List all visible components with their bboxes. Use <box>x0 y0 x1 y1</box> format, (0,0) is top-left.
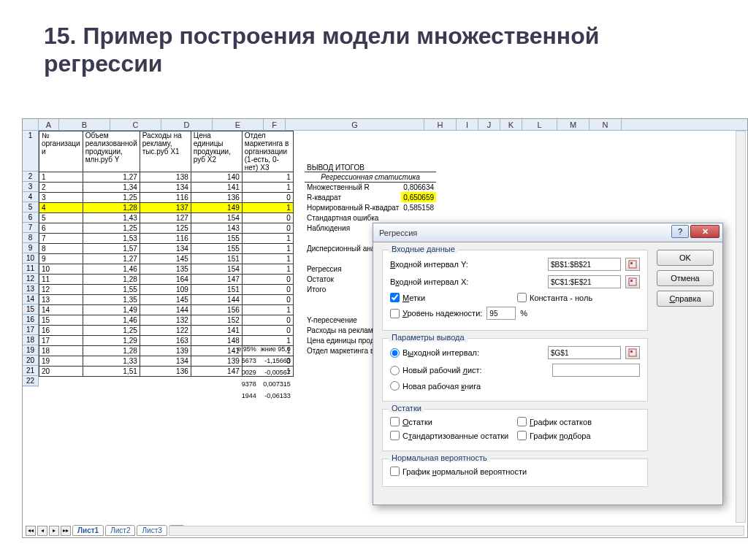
x-range-ref-icon[interactable] <box>625 275 640 288</box>
x-range-label: Входной интервал X: <box>390 277 543 286</box>
const-zero-label: Константа - ноль <box>530 294 640 302</box>
cancel-button[interactable]: Отмена <box>657 270 714 286</box>
col-header-E[interactable]: E <box>213 119 264 130</box>
dialog-title: Регрессия <box>379 229 417 237</box>
col-header-M[interactable]: M <box>557 119 589 130</box>
y-range-input[interactable] <box>548 258 621 271</box>
confidence-checkbox[interactable] <box>390 309 400 318</box>
row-header-14[interactable]: 14 <box>23 294 38 304</box>
sheet-tab-2[interactable]: Лист2 <box>105 525 135 536</box>
row-header-15[interactable]: 15 <box>23 304 38 315</box>
tab-nav-last[interactable]: ▸▸ <box>61 526 71 536</box>
row-header-2[interactable]: 2 <box>23 172 38 182</box>
row-header-3[interactable]: 3 <box>23 182 38 192</box>
row-header-17[interactable]: 17 <box>23 325 38 335</box>
row-header-18[interactable]: 18 <box>23 335 38 345</box>
svg-rect-3 <box>630 280 633 282</box>
y-range-ref-icon[interactable] <box>625 258 640 271</box>
resid-plot-label: График остатков <box>530 418 640 426</box>
row-header-10[interactable]: 10 <box>23 253 38 264</box>
coefficients-right: е 95%жние 95,05673-1,156630029-0,0056793… <box>234 342 294 402</box>
col-header-N[interactable]: N <box>589 119 622 130</box>
tab-nav-prev[interactable]: ◂ <box>37 526 47 536</box>
input-group-label: Входные данные <box>389 245 458 253</box>
row-headers: 12345678910111213141516171819202122 <box>23 131 39 387</box>
slide-title: 15. Пример построения модели множественн… <box>0 0 748 93</box>
row-header-16[interactable]: 16 <box>23 315 38 325</box>
new-sheet-input[interactable] <box>552 364 640 377</box>
col-header-A[interactable]: A <box>39 119 59 130</box>
input-data-group: Входные данные ВВходной интервал Y:ходно… <box>382 250 648 331</box>
row-header-22[interactable]: 22 <box>23 376 38 386</box>
output-range-radio[interactable] <box>390 348 400 358</box>
const-zero-checkbox[interactable] <box>517 293 527 302</box>
cells-area[interactable]: № организаци иОбъем реализованной продук… <box>39 131 294 387</box>
normal-prob-group: Нормальная вероятность График нормальной… <box>382 459 648 487</box>
dialog-help-icon[interactable]: ? <box>671 225 689 238</box>
normal-plot-label: График нормальной вероятности <box>402 467 527 476</box>
new-sheet-label: Новый рабочий лист: <box>402 366 548 375</box>
ok-button[interactable]: OK <box>657 250 714 266</box>
sheet-tab-3[interactable]: Лист3 <box>137 525 167 536</box>
select-all-corner[interactable] <box>23 119 39 130</box>
dialog-close-icon[interactable]: ✕ <box>690 225 720 238</box>
col-header-B[interactable]: B <box>59 119 110 130</box>
output-range-input[interactable] <box>548 346 621 359</box>
normal-group-label: Нормальная вероятность <box>389 453 490 462</box>
row-header-19[interactable]: 19 <box>23 345 38 356</box>
dialog-titlebar[interactable]: Регрессия ? ✕ <box>373 223 722 242</box>
tab-nav-next[interactable]: ▸ <box>49 526 59 536</box>
col-header-L[interactable]: L <box>522 119 557 130</box>
output-params-group: Параметры вывода Выходной интервал: Новы… <box>382 338 648 402</box>
help-button[interactable]: Справка <box>657 291 714 307</box>
row-header-4[interactable]: 4 <box>23 192 38 202</box>
new-book-label: Новая рабочая книга <box>402 382 481 391</box>
row-header-21[interactable]: 21 <box>23 366 38 376</box>
column-headers: ABCDEFGHIJKLMN <box>23 119 747 131</box>
col-header-J[interactable]: J <box>478 119 500 130</box>
col-header-C[interactable]: C <box>110 119 161 130</box>
row-header-9[interactable]: 9 <box>23 243 38 253</box>
output-group-label: Параметры вывода <box>389 333 468 342</box>
sheet-tab-1[interactable]: Лист1 <box>72 525 104 536</box>
col-header-G[interactable]: G <box>286 119 424 130</box>
row-header-13[interactable]: 13 <box>23 284 38 294</box>
fit-plot-checkbox[interactable] <box>517 431 527 440</box>
y-range-label: ВВходной интервал Y:ходной интервал Y: <box>390 260 543 269</box>
row-header-6[interactable]: 6 <box>23 212 38 223</box>
row-header-12[interactable]: 12 <box>23 274 38 284</box>
svg-rect-5 <box>630 350 633 353</box>
normal-plot-checkbox[interactable] <box>390 467 400 476</box>
row-header-8[interactable]: 8 <box>23 233 38 243</box>
vertical-scrollbar[interactable] <box>736 131 746 523</box>
percent-label: % <box>520 309 527 318</box>
fit-plot-label: График подбора <box>530 431 640 440</box>
std-resid-label: Стандартизованные остатки <box>402 431 513 440</box>
row-header-11[interactable]: 11 <box>23 264 38 274</box>
horizontal-scrollbar[interactable] <box>169 526 744 536</box>
x-range-input[interactable] <box>548 275 621 288</box>
residuals-checkbox[interactable] <box>390 417 400 426</box>
new-book-radio[interactable] <box>390 381 400 391</box>
row-header-20[interactable]: 20 <box>23 356 38 366</box>
labels-chk-label: Метки <box>402 294 513 302</box>
output-range-ref-icon[interactable] <box>625 346 640 359</box>
regression-dialog: Регрессия ? ✕ Входные данные ВВходной ин… <box>373 223 723 505</box>
confidence-input[interactable] <box>486 307 516 320</box>
row-header-5[interactable]: 5 <box>23 202 38 212</box>
tab-nav-first[interactable]: ◂◂ <box>26 526 36 536</box>
output-range-label: Выходной интервал: <box>402 348 543 357</box>
col-header-H[interactable]: H <box>424 119 457 130</box>
new-sheet-radio[interactable] <box>390 366 400 375</box>
resid-plot-checkbox[interactable] <box>517 417 527 426</box>
col-header-K[interactable]: K <box>500 119 522 130</box>
sheet-tabs: ◂◂ ◂ ▸ ▸▸ Лист1 Лист2 Лист3 ⊕ <box>26 525 185 536</box>
residuals-group-label: Остатки <box>389 404 424 413</box>
col-header-I[interactable]: I <box>457 119 478 130</box>
confidence-label: Уровень надежности: <box>402 309 482 318</box>
std-resid-checkbox[interactable] <box>390 431 400 440</box>
col-header-F[interactable]: F <box>264 119 286 130</box>
row-header-7[interactable]: 7 <box>23 223 38 233</box>
labels-checkbox[interactable] <box>390 293 400 302</box>
col-header-D[interactable]: D <box>161 119 213 130</box>
